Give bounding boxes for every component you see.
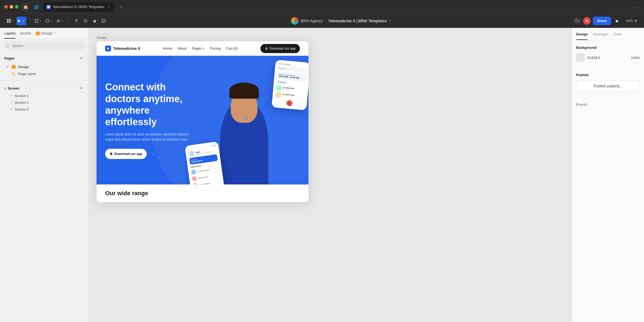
add-page-button[interactable]: + (79, 55, 84, 61)
toolbar-divider-2 (69, 18, 69, 24)
tab-assets[interactable]: Assets (20, 31, 31, 39)
tab-close-button[interactable]: ✕ (106, 5, 111, 9)
site-cta-label: Download our app (270, 47, 296, 50)
design-tab-label[interactable]: 🟠 Design (35, 31, 53, 35)
panel-divider (0, 80, 88, 81)
hero-description: Lorem ipsum dolor sit amet consectetur c… (105, 132, 196, 142)
background-hex-value[interactable]: E5E5E5 (587, 56, 600, 60)
breadcrumb-file-title[interactable]: Telemedicine X | BRIX Templates (328, 19, 387, 23)
search-wrap (4, 42, 84, 50)
background-row: E5E5E5 100% (576, 53, 640, 62)
doctor-name-1: Dr. Sophie Moore (197, 169, 209, 172)
components-tool[interactable] (81, 17, 90, 25)
home-button[interactable]: 🏠 (22, 3, 29, 11)
breadcrumb-chevron-icon[interactable]: ▼ (389, 19, 392, 22)
svg-rect-2 (9, 19, 11, 21)
hero-content: Connect with doctors anytime, anywhere e… (105, 81, 196, 159)
background-color-swatch[interactable] (576, 53, 585, 62)
screen-title-row[interactable]: # Screen (4, 86, 20, 90)
nav-pricing[interactable]: Pricing (210, 46, 221, 50)
hero-download-button[interactable]: 🖥 Download our app (105, 149, 147, 159)
site-logo: Telemedicine X (105, 46, 140, 51)
browser-tab[interactable]: Telemedicine X | BRIX Templates ✕ (43, 2, 114, 12)
text-tool[interactable]: T (72, 17, 81, 25)
screen-section-header: # Screen + (4, 84, 84, 92)
background-opacity-value[interactable]: 100% (631, 56, 640, 60)
maximize-traffic-light[interactable] (15, 5, 19, 9)
page-name-label: Design (18, 65, 29, 69)
shape-tool[interactable]: ▼ (44, 17, 54, 25)
nav-home[interactable]: Home (163, 46, 172, 50)
below-title: Our wide range (105, 190, 300, 197)
screen-item-3[interactable]: ⠿ Screen 3 (4, 106, 84, 113)
user-avatar[interactable]: B (583, 17, 591, 25)
svg-point-16 (60, 21, 60, 21)
page-check-icon: ✓ (6, 65, 9, 69)
right-panel: Design Prototype Code Background E5E5E5 … (572, 28, 644, 322)
right-tab-design[interactable]: Design (576, 32, 588, 40)
browser-menu-button[interactable]: ··· (634, 4, 640, 10)
svg-rect-5 (35, 20, 38, 22)
site-cta-button[interactable]: 🖥 Download our app (260, 44, 300, 53)
site-header: Telemedicine X Home About Pages ∨ Pricin… (97, 41, 308, 56)
screen-1-drag-icon: ⠿ (11, 94, 13, 97)
page-emoji-icon: 🟠 (11, 65, 16, 69)
screen-item-2[interactable]: ⠿ Screen 2 (4, 99, 84, 106)
add-screen-button[interactable]: + (79, 86, 84, 91)
grid-tool[interactable]: ▼ (5, 17, 16, 25)
appointment-card-right: Upcoming Appointment 10:00 AM - 11:00 AM (277, 72, 307, 81)
comment-tool[interactable] (100, 17, 108, 25)
screen-section-title: Screen (8, 86, 19, 90)
nav-about[interactable]: About (178, 46, 187, 50)
right-tab-code[interactable]: Code (613, 32, 622, 40)
text-tool-label: T (75, 18, 78, 23)
new-tab-button[interactable]: + (117, 3, 125, 11)
hand-tool[interactable] (90, 17, 99, 25)
select-tool[interactable]: ▼ (16, 17, 26, 25)
nav-cart[interactable]: Cart (0) (226, 46, 238, 50)
close-traffic-light[interactable] (4, 5, 8, 9)
collaboration-headphones-icon[interactable] (573, 17, 581, 25)
export-section: Export (572, 97, 644, 112)
hero-btn-icon: 🖥 (109, 152, 113, 156)
arrow-right-icon: → (152, 152, 155, 156)
screen-hash-icon: # (4, 86, 6, 90)
panel-search-area (0, 39, 88, 52)
hero-btn-label: Download our app (114, 152, 142, 156)
search-input[interactable] (4, 42, 84, 50)
nav-pages[interactable]: Pages ∨ (192, 46, 205, 50)
svg-rect-3 (7, 21, 9, 23)
globe-button[interactable]: 🌐 (32, 3, 40, 11)
doctor-name-3: Dr. Sam Brown (199, 183, 210, 184)
share-button[interactable]: Share (593, 17, 611, 25)
page-sub-name-label: Page name (18, 72, 36, 76)
breadcrumb-agency[interactable]: BRIX Agency (301, 19, 323, 23)
play-button[interactable]: ▶ (613, 17, 622, 25)
screen-section: # Screen + ⠿ Screen 1 ⠿ Screen 2 ⠿ Scree… (0, 82, 88, 115)
zoom-level: 50% (626, 19, 633, 23)
screen-item-1[interactable]: ⠿ Screen 1 (4, 92, 84, 99)
below-hero-section: Our wide range (97, 184, 308, 202)
frame-tool[interactable]: ▼ (33, 17, 43, 25)
site-nav: Home About Pages ∨ Pricing Cart (0) (163, 46, 238, 50)
right-tab-prototype[interactable]: Prototype (593, 32, 608, 40)
canvas-content: Screen Telemedicine X Home About Pages ∨ (89, 28, 572, 210)
hero-arrow-button[interactable]: → (149, 150, 157, 158)
tab-layers[interactable]: Layers (4, 31, 16, 39)
canvas-area[interactable]: Screen Telemedicine X Home About Pages ∨ (89, 28, 572, 322)
call-end-icon[interactable]: 📞 (286, 100, 293, 106)
page-item-design[interactable]: ✓ 🟠 Design (4, 63, 84, 71)
screen-2-label: Screen 2 (15, 101, 29, 105)
publish-button[interactable]: Publish publicly... (576, 81, 640, 91)
phone-mockup-left: 8:41 Janet 10:00 AM - 11:00 AM (185, 141, 224, 184)
publish-title: Publish (576, 73, 640, 77)
figma-toolbar: ▼ ▼ ▼ ▼ ▼ T (0, 14, 644, 28)
left-panel-tabs: Layers Assets 🟠 Design ^ (0, 28, 88, 39)
background-section: Background E5E5E5 100% (572, 40, 644, 68)
pen-tool[interactable]: ▼ (55, 17, 65, 25)
svg-rect-0 (47, 6, 50, 8)
browser-top-bar: 🏠 🌐 Telemedicine X | BRIX Templates ✕ + … (0, 0, 644, 14)
minimize-traffic-light[interactable] (10, 5, 13, 9)
zoom-control[interactable]: 50% ▼ (624, 17, 640, 25)
page-item-pagename[interactable]: ✏️ Page name (4, 71, 84, 77)
